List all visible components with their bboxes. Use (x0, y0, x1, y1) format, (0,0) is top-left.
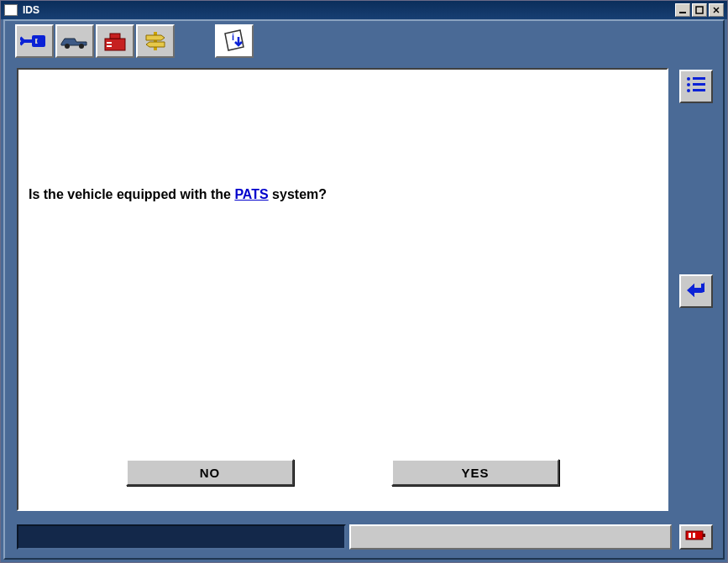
svg-text:i: i (232, 32, 234, 42)
list-view-button[interactable] (679, 70, 713, 103)
question-suffix: system? (269, 187, 327, 201)
svg-rect-23 (689, 533, 691, 538)
app-icon (4, 4, 18, 16)
vehicle-button[interactable] (55, 24, 94, 58)
svg-rect-11 (154, 32, 157, 50)
svg-rect-0 (679, 12, 686, 13)
window-title: IDS (23, 4, 675, 16)
svg-rect-8 (110, 34, 120, 39)
app-window: IDS (0, 0, 728, 563)
question-prefix: Is the vehicle equipped with the (29, 187, 234, 201)
svg-rect-20 (693, 89, 705, 91)
info-download-button[interactable]: i (215, 24, 254, 58)
svg-point-19 (687, 89, 690, 92)
svg-rect-22 (703, 534, 705, 537)
toolbox-button[interactable] (96, 24, 134, 58)
connection-button[interactable] (15, 24, 54, 58)
toolbar: i (15, 24, 254, 58)
pats-link[interactable]: PATS (234, 187, 268, 201)
titlebar: IDS (1, 1, 727, 19)
svg-marker-12 (146, 35, 165, 40)
maximize-button[interactable] (692, 3, 707, 17)
battery-icon (684, 528, 708, 546)
connection-icon (20, 30, 49, 52)
svg-rect-16 (693, 77, 705, 80)
svg-rect-24 (693, 533, 695, 538)
answer-row: NO YES (18, 459, 667, 486)
no-button[interactable]: NO (126, 459, 294, 486)
svg-point-5 (65, 44, 70, 49)
minimize-button[interactable] (675, 3, 690, 17)
status-bar-right (349, 524, 672, 550)
battery-button[interactable] (679, 524, 713, 550)
svg-marker-13 (146, 42, 165, 47)
svg-point-15 (687, 77, 690, 81)
content-panel: Is the vehicle equipped with the PATS sy… (17, 68, 668, 511)
svg-rect-18 (693, 83, 705, 86)
question-text: Is the vehicle equipped with the PATS sy… (29, 187, 657, 202)
svg-point-4 (37, 38, 44, 44)
info-download-icon: i (220, 29, 249, 54)
svg-point-17 (687, 83, 690, 86)
status-bar-left (17, 524, 346, 550)
yes-button[interactable]: YES (391, 459, 559, 486)
svg-rect-10 (107, 45, 112, 47)
window-controls (675, 3, 724, 17)
back-arrow-icon (684, 279, 708, 304)
toolbox-icon (102, 30, 128, 52)
close-button[interactable] (709, 3, 724, 17)
svg-rect-7 (105, 39, 125, 50)
svg-rect-9 (107, 42, 112, 44)
client-area: i Is the vehicle equipped with the PATS … (3, 19, 725, 560)
svg-rect-1 (696, 7, 703, 13)
signpost-button[interactable] (136, 24, 175, 58)
list-view-icon (685, 75, 707, 98)
back-button[interactable] (679, 274, 713, 308)
svg-point-6 (79, 44, 84, 49)
signpost-icon (143, 30, 168, 52)
vehicle-icon (60, 32, 90, 50)
